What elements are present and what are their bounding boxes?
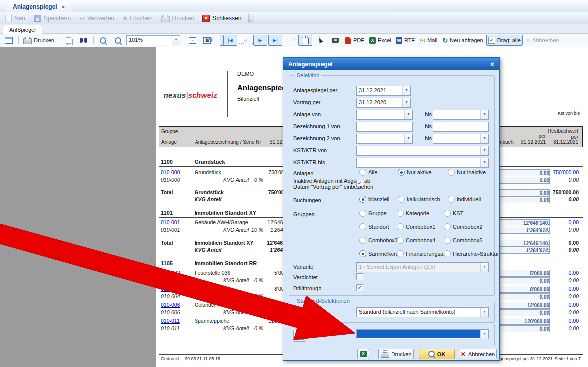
value-restbuchwert: 0.00 (537, 302, 579, 308)
anlage-bis-combo[interactable]: ▾ (433, 110, 489, 120)
radio-kategorie[interactable]: Kategorie (397, 210, 429, 217)
copy-button[interactable] (62, 35, 76, 46)
chevron-down-icon[interactable]: ▾ (402, 86, 410, 95)
anlage-link[interactable]: 010-001 (161, 219, 180, 226)
radio-finanzierungsart[interactable]: Finanzierungsart (397, 250, 447, 257)
verdichtet-checkbox[interactable] (356, 273, 363, 280)
anlage-link[interactable]: 010-006 (161, 302, 180, 308)
row-id: 010-000 (161, 177, 180, 183)
speichern-button[interactable]: Speichern (30, 14, 74, 23)
zoom-out-button[interactable] (96, 35, 110, 46)
schliessen-button[interactable]: Schliessen (199, 14, 245, 23)
chevron-down-icon[interactable]: ▾ (480, 110, 488, 119)
dialog-close-icon[interactable]: × (490, 60, 494, 68)
nav-prev-button[interactable]: ◀ (238, 35, 252, 46)
hand-tool-button[interactable] (298, 35, 312, 46)
mail-button[interactable]: Mail (418, 35, 439, 46)
zoom-level-combo[interactable]: 101% ▾ (126, 35, 180, 45)
radio-kst[interactable]: KST (444, 210, 463, 217)
export-rtf-button[interactable]: WRTF (394, 35, 417, 46)
inaktive-checkbox[interactable] (356, 180, 363, 186)
kst-ktr-von-combo[interactable]: ▾ (356, 146, 489, 156)
chevron-down-icon[interactable]: ▾ (404, 110, 412, 119)
standard-selektion-combo[interactable]: Standard (bilanziell nach Sammelkonto)▾ (356, 307, 489, 317)
radio-label: Combobox4 (406, 237, 435, 243)
vortrag-per-combo[interactable]: 31.12.2020▾ (356, 98, 411, 108)
bezeichnung1-von-input[interactable] (356, 122, 413, 132)
search-button[interactable] (77, 35, 91, 46)
bezeichnung2-von-combo[interactable]: ▾ (356, 134, 413, 144)
radio-individuell[interactable]: individuell (448, 196, 481, 203)
anlage-von-combo[interactable]: ▾ (356, 110, 413, 120)
radio-circle-icon (397, 223, 404, 230)
custom-report-edit-button[interactable] (293, 330, 306, 342)
tab-anlagenspiegel[interactable]: Anlagenspiegel × (5, 1, 71, 12)
chevron-down-icon[interactable]: ▾ (480, 158, 488, 167)
radio-combobox3[interactable]: Combobox3 (359, 237, 397, 244)
select-tool-button[interactable] (313, 35, 327, 46)
chevron-down-icon[interactable]: ▾ (172, 36, 180, 45)
radio-combobox5[interactable]: Combobox5 (444, 237, 482, 244)
kst-ktr-bis-combo[interactable]: ▾ (356, 158, 489, 168)
anlagespiegel-per-combo[interactable]: 31.12.2021▾ (356, 86, 411, 96)
preview-abbrechen-button[interactable]: Abbrechen (524, 35, 561, 46)
refresh-query-button[interactable]: Neu abfragen (440, 35, 485, 46)
radio-combobox4[interactable]: Combobox4 (397, 237, 435, 244)
radio-nur-inaktive[interactable]: Nur inaktive (448, 169, 486, 176)
verwerfen-button[interactable]: Verwerfen (76, 14, 118, 23)
custom-report-combo[interactable]: ▾ (356, 329, 489, 339)
report-layout-button[interactable] (2, 35, 16, 46)
export-excel-button[interactable]: XExcel (367, 35, 393, 46)
bezeichnung2-bis-combo[interactable]: ▾ (433, 134, 489, 144)
anlage-link[interactable]: 010-011 (161, 318, 180, 324)
nav-last-button[interactable]: ▶| (268, 35, 282, 46)
neu-button[interactable]: Neu (2, 14, 29, 23)
radio-kalkulatorisch[interactable]: kalkulatorisch (398, 196, 440, 203)
export-mini-button[interactable]: X (357, 349, 369, 359)
chevron-down-icon[interactable]: ▾ (402, 98, 410, 107)
col-anlage: Anlage (161, 139, 177, 145)
chevron-down-icon[interactable]: ▾ (480, 308, 488, 317)
bezeichnung1-bis-input[interactable] (433, 122, 489, 132)
anlage-link[interactable]: 010-000 (161, 169, 180, 176)
radio-nur-aktive[interactable]: Nur aktive (398, 169, 432, 176)
radio-alle[interactable]: Alle (359, 169, 377, 176)
export-pdf-button[interactable]: PDF (343, 35, 366, 46)
snapshot-button[interactable] (328, 35, 342, 46)
dialog-abbrechen-button[interactable]: Abbrechen (459, 349, 497, 359)
nav-next-button[interactable]: ▶ (253, 35, 267, 46)
anlage-link[interactable]: 010-002 (161, 270, 180, 276)
toolbar-overflow-grip[interactable]: ▾ (248, 14, 254, 23)
radio-combobox2[interactable]: Combobox2 (444, 223, 482, 230)
chevron-down-icon[interactable]: ▾ (404, 134, 412, 143)
zoom-in-button[interactable] (111, 35, 125, 46)
chevron-down-icon[interactable]: ▾ (480, 146, 488, 155)
chevron-down-icon[interactable]: ▾ (480, 134, 488, 143)
radio-circle-icon (359, 210, 366, 217)
nav-first-button[interactable]: |◀ (223, 35, 237, 46)
nav-prev-icon: ◀ (244, 36, 247, 45)
dialog-ok-button[interactable]: OK (419, 349, 455, 359)
anlage-link[interactable]: 010-004 (161, 286, 180, 292)
loeschen-button[interactable]: Löschen (119, 14, 156, 23)
drucken-label: Drucken (392, 351, 412, 357)
dialog-title-bar[interactable]: Anlagenspiegel × (283, 58, 499, 70)
drillthrough-checkbox[interactable] (356, 284, 363, 291)
dialog-drucken-button[interactable]: Drucken (378, 349, 414, 359)
tab-close-icon[interactable]: × (62, 4, 65, 10)
chevron-down-icon[interactable]: ▾ (480, 330, 488, 339)
radio-hierarchie-struktur[interactable]: Hierarchie-Struktur (444, 250, 499, 257)
radio-combobox1[interactable]: Combobox1 (397, 223, 435, 230)
drag-alle-toggle[interactable]: Drag: alle (486, 35, 523, 46)
tab-anlspiegel[interactable]: AnlSpiegel (3, 25, 42, 34)
preview-print-button[interactable]: Drucken (21, 35, 56, 46)
radio-standort[interactable]: Standort (359, 223, 389, 230)
radio-bilanziell[interactable]: bilanziell (359, 196, 389, 203)
col-restbuchwert: Restbuchwert (536, 128, 578, 134)
radio-sammelkonto[interactable]: Sammelkonto (359, 250, 401, 257)
variante-combo[interactable]: 1 - Somed Export Anlagen (2.5)▾ (356, 262, 489, 272)
drucken-button[interactable]: Drucken (158, 14, 198, 23)
radio-gruppe[interactable]: Gruppe (359, 210, 387, 217)
radio-label: Combobox5 (453, 237, 482, 243)
fit-width-button[interactable]: ↔ (186, 35, 199, 46)
